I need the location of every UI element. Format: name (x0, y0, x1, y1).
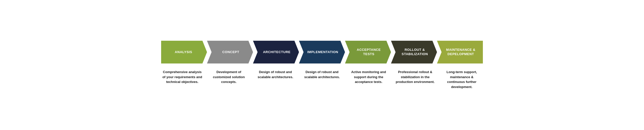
desc-implementation: Design of robust and scalable architectu… (299, 70, 345, 89)
desc-analysis: Comprehensive analysis of your requireme… (161, 70, 206, 89)
desc-architecture: Design of robust and scalable architectu… (252, 70, 299, 89)
arrow-architecture: ARCHITECTURE (253, 41, 299, 63)
arrow-implementation: IMPLEMENTATION (299, 41, 345, 63)
process-diagram: ANALYSISCONCEPTARCHITECTUREIMPLEMENTATIO… (161, 41, 483, 89)
desc-concept: Development of customized solution conce… (206, 70, 252, 89)
arrow-label-implementation: IMPLEMENTATION (300, 50, 344, 54)
arrow-label-architecture: ARCHITECTURE (255, 50, 297, 54)
arrow-maintenance: MAINTENANCE &DEPELOPMENT (437, 41, 483, 63)
arrows-row: ANALYSISCONCEPTARCHITECTUREIMPLEMENTATIO… (161, 41, 483, 63)
description-row: Comprehensive analysis of your requireme… (161, 70, 483, 89)
arrow-acceptance: ACCEPTANCETESTS (345, 41, 391, 63)
desc-rollout: Professional rollout & stabilization in … (392, 70, 438, 89)
arrow-analysis: ANALYSIS (161, 41, 207, 63)
desc-acceptance: Active monitoring and support during the… (345, 70, 392, 89)
arrow-label-acceptance: ACCEPTANCETESTS (349, 48, 387, 56)
arrow-concept: CONCEPT (207, 41, 253, 63)
arrow-label-maintenance: MAINTENANCE &DEPELOPMENT (438, 48, 482, 56)
arrow-label-rollout: ROLLOUT &STABILIZATION (394, 48, 434, 56)
desc-maintenance: Long-term support, maintenance & continu… (438, 70, 483, 89)
arrow-label-concept: CONCEPT (215, 50, 245, 54)
arrow-rollout: ROLLOUT &STABILIZATION (391, 41, 437, 63)
arrow-label-analysis: ANALYSIS (170, 50, 198, 54)
